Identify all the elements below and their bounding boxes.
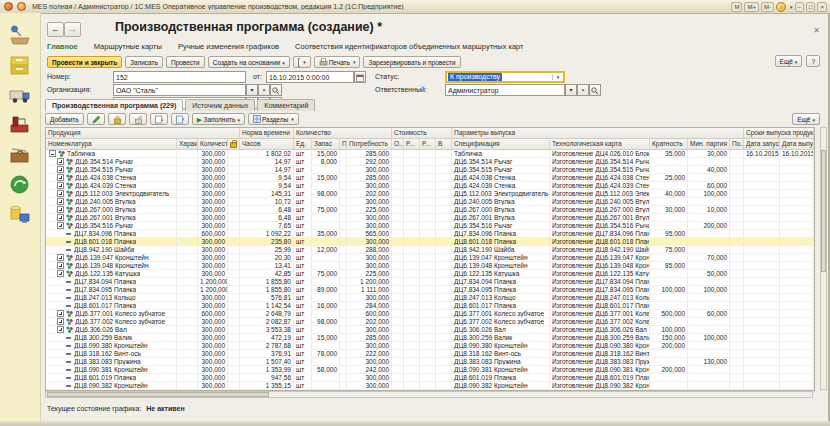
cell-launch-date[interactable]: [744, 238, 780, 246]
truck-section-icon[interactable]: [8, 83, 32, 107]
cell-po[interactable]: [730, 302, 744, 310]
cell-lock[interactable]: [228, 350, 240, 358]
cell-specification[interactable]: ДЦ8.601.018 Планка: [452, 238, 550, 246]
cell-launch-date[interactable]: [744, 334, 780, 342]
cell-po[interactable]: [730, 246, 744, 254]
tree-expand-icon[interactable]: [57, 214, 64, 221]
cell-p[interactable]: [340, 270, 347, 278]
move-row-up-button[interactable]: [150, 113, 168, 125]
cell-r1[interactable]: [404, 358, 420, 366]
cell-characteristic[interactable]: [177, 302, 198, 310]
cell-tech-card[interactable]: Изготовление ДЦ6.240.005 Втулка: [550, 198, 650, 206]
cell-launch-date[interactable]: [744, 310, 780, 318]
cell-characteristic[interactable]: [177, 230, 198, 238]
cell-r1[interactable]: [404, 166, 420, 174]
cell-specification[interactable]: ДЦ8.090.382 Кронштейн: [452, 382, 550, 390]
cell-characteristic[interactable]: [177, 374, 198, 382]
cell-p[interactable]: [340, 342, 347, 350]
cell-lock[interactable]: [228, 342, 240, 350]
cell-po[interactable]: [730, 318, 744, 326]
cell-unit[interactable]: шт: [294, 182, 312, 190]
cell-hours[interactable]: 14,97: [240, 166, 294, 174]
cell-nomenclature[interactable]: ДЦ5.112.003 Электродвигатель: [46, 190, 177, 198]
cell-v[interactable]: [436, 326, 452, 334]
cell-nomenclature[interactable]: ДЦ8.300.259 Валик: [46, 334, 177, 342]
cell-r2[interactable]: [420, 334, 436, 342]
cell-r2[interactable]: [420, 182, 436, 190]
nomenclature-name[interactable]: Табличка: [67, 150, 95, 157]
cell-min-batch[interactable]: [688, 174, 730, 182]
cell-hours[interactable]: 2 082,87: [240, 318, 294, 326]
cell-o[interactable]: [392, 166, 404, 174]
cell-r1[interactable]: [404, 350, 420, 358]
cell-characteristic[interactable]: [177, 286, 198, 294]
cell-min-batch[interactable]: [688, 382, 730, 390]
cell-hours[interactable]: 42,85: [240, 270, 294, 278]
cell-need[interactable]: 288,000: [347, 246, 392, 254]
vertical-scroll-thumb[interactable]: [821, 150, 826, 272]
cell-po[interactable]: [730, 262, 744, 270]
cell-min-batch[interactable]: [688, 246, 730, 254]
cell-lock[interactable]: [228, 166, 240, 174]
cell-specification[interactable]: ДЦ6.122.135 Катушка: [452, 270, 550, 278]
cell-multiplicity[interactable]: [650, 358, 688, 366]
grid-row[interactable]: ДЦ8.601.018 Планка300,000235,80шт300,000…: [46, 238, 814, 246]
cell-stock[interactable]: [312, 326, 340, 334]
cell-v[interactable]: [436, 238, 452, 246]
cell-specification[interactable]: ДЦ8.601.017 Планка: [452, 302, 550, 310]
cell-launch-date[interactable]: [744, 246, 780, 254]
cell-o[interactable]: [392, 278, 404, 286]
cell-characteristic[interactable]: [177, 158, 198, 166]
cell-nomenclature[interactable]: ДЦ8.601.017 Планка: [46, 302, 177, 310]
cell-release-date[interactable]: [780, 166, 814, 174]
cell-stock[interactable]: [312, 182, 340, 190]
cell-tech-card[interactable]: Изготовление ДЦ8.247.013 Кольцо: [550, 294, 650, 302]
col-header-hours[interactable]: Часов: [240, 139, 294, 150]
cell-stock[interactable]: 98,000: [312, 190, 340, 198]
calc-memory-button[interactable]: M: [731, 2, 742, 12]
cell-lock[interactable]: [228, 158, 240, 166]
cell-tech-card[interactable]: Изготовление ДЦ4.026.010 Блок печати: [550, 150, 650, 158]
cell-hours[interactable]: 1 353,99: [240, 366, 294, 374]
cell-need[interactable]: 300,000: [347, 222, 392, 230]
cell-need[interactable]: 225,000: [347, 206, 392, 214]
cell-v[interactable]: [436, 198, 452, 206]
cell-lock[interactable]: [228, 174, 240, 182]
cell-min-batch[interactable]: 100,000: [688, 190, 730, 198]
cell-need[interactable]: 225,000: [347, 270, 392, 278]
cell-release-date[interactable]: [780, 366, 814, 374]
cell-r2[interactable]: [420, 278, 436, 286]
cell-p[interactable]: [340, 310, 347, 318]
grid-row[interactable]: ДЦ7.834.096 Планка600,0001 092,22шт35,00…: [46, 230, 814, 238]
cell-lock[interactable]: [228, 214, 240, 222]
cell-min-batch[interactable]: [688, 302, 730, 310]
nomenclature-name[interactable]: ДЦ6.306.026 Вал: [75, 326, 127, 333]
cell-stock[interactable]: [312, 374, 340, 382]
cell-po[interactable]: [730, 294, 744, 302]
cell-tech-card[interactable]: Изготовление ДЦ7.834.094 Планка: [550, 278, 650, 286]
cell-v[interactable]: [436, 294, 452, 302]
cell-r1[interactable]: [404, 270, 420, 278]
nomenclature-name[interactable]: ДЦ6.377.002 Колесо зубчатое: [75, 318, 165, 325]
tab-manual-schedule-changes[interactable]: Ручные изменения графиков: [178, 42, 279, 51]
cell-o[interactable]: [392, 350, 404, 358]
help-button[interactable]: ?: [806, 55, 820, 67]
cell-r2[interactable]: [420, 374, 436, 382]
cell-quantity[interactable]: 300,000: [198, 150, 228, 158]
nomenclature-name[interactable]: ДЦ6.354.516 Рычаг: [75, 222, 133, 229]
cell-nomenclature[interactable]: ДЦ8.942.190 Шайба: [46, 246, 177, 254]
cell-specification[interactable]: ДЦ8.247.013 Кольцо: [452, 294, 550, 302]
cell-unit[interactable]: шт: [294, 374, 312, 382]
cell-nomenclature[interactable]: ДЦ8.601.019 Планка: [46, 374, 177, 382]
nomenclature-name[interactable]: ДЦ6.424.039 Стенка: [75, 182, 136, 189]
cell-p[interactable]: [340, 382, 347, 390]
cell-multiplicity[interactable]: 75,000: [650, 246, 688, 254]
col-header-lock[interactable]: [228, 139, 240, 150]
cell-hours[interactable]: 1 092,22: [240, 230, 294, 238]
cell-quantity[interactable]: 300,000: [198, 270, 228, 278]
cell-launch-date[interactable]: [744, 206, 780, 214]
cell-launch-date[interactable]: 16.10.2015: [744, 150, 780, 158]
cell-v[interactable]: [436, 334, 452, 342]
calc-memory-minus-button[interactable]: M-: [761, 2, 774, 12]
cell-release-date[interactable]: [780, 182, 814, 190]
